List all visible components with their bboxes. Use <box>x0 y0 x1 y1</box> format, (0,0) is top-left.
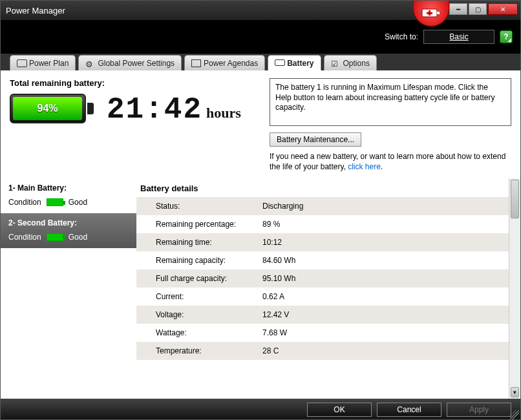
battery-percent: 94% <box>13 97 82 120</box>
overview-left: Total remaining battery: 94% 21:42hours <box>10 78 262 172</box>
battery-good-icon <box>47 198 63 206</box>
table-row: Status:Discharging <box>136 197 509 215</box>
details-heading: Battery details <box>136 178 509 197</box>
battery-details: Battery details Status:Discharging Remai… <box>136 178 520 399</box>
table-row: Remaining percentage:89 % <box>136 215 509 233</box>
switch-to-label: Switch to: <box>385 32 418 41</box>
check-icon: ☑ <box>331 59 340 67</box>
battery-list: 1- Main Battery: Condition Good 2- Secon… <box>1 178 136 399</box>
window-title: Power Manager <box>6 6 65 16</box>
battery-plus-icon <box>421 6 441 19</box>
battery-info-message: The battery 1 is running in Maximum Life… <box>270 78 511 126</box>
agenda-icon <box>191 59 200 67</box>
scrollbar-thumb[interactable] <box>511 180 519 218</box>
table-row: Voltage:12.42 V <box>136 306 509 324</box>
table-row: Temperature:28 C <box>136 342 509 360</box>
tab-power-agendas[interactable]: Power Agendas <box>184 55 265 70</box>
scrollbar[interactable]: ▾ <box>509 178 520 399</box>
maximize-button[interactable]: ▢ <box>469 3 487 15</box>
remaining-time-display: 21:42hours <box>107 93 241 127</box>
battery-item-1[interactable]: 1- Main Battery: Condition Good <box>1 178 136 213</box>
details-table: Status:Discharging Remaining percentage:… <box>136 197 509 360</box>
battery-icon <box>275 59 284 67</box>
overview-right: The battery 1 is running in Maximum Life… <box>270 78 511 172</box>
main-content: Total remaining battery: 94% 21:42hours … <box>1 70 520 399</box>
total-remaining-label: Total remaining battery: <box>10 78 262 88</box>
lower-panel: 1- Main Battery: Condition Good 2- Secon… <box>1 178 520 399</box>
resize-grip[interactable] <box>510 410 519 419</box>
app-window: Power Manager ━ ▢ ✕ Switch to: Basic ? P… <box>0 0 521 420</box>
battery-item-2[interactable]: 2- Second Battery: Condition Good <box>1 213 136 248</box>
window-controls: ━ ▢ ✕ <box>449 3 518 15</box>
minimize-button[interactable]: ━ <box>449 3 467 15</box>
svg-rect-1 <box>437 12 440 14</box>
battery-good-icon <box>47 233 63 241</box>
gear-icon: ⚙ <box>85 59 94 67</box>
table-row: Current:0.62 A <box>136 288 509 306</box>
table-row: Remaining capacity:84.60 Wh <box>136 251 509 269</box>
apply-button: Apply <box>447 403 511 417</box>
battery-maintenance-button[interactable]: Battery Maintenance... <box>270 132 361 147</box>
battery-hint: If you need a new battery, or want to le… <box>270 152 511 172</box>
tab-battery[interactable]: Battery <box>268 55 321 70</box>
tab-global-settings[interactable]: ⚙Global Power Settings <box>78 55 182 70</box>
cancel-button[interactable]: Cancel <box>377 403 441 417</box>
switch-basic-button[interactable]: Basic <box>423 30 494 44</box>
overview-panel: Total remaining battery: 94% 21:42hours … <box>1 70 520 174</box>
scrollbar-down-arrow[interactable]: ▾ <box>511 387 519 397</box>
tabs: Power Plan ⚙Global Power Settings Power … <box>1 54 520 70</box>
plan-icon <box>17 59 26 67</box>
table-row: Full charge capacity:95.10 Wh <box>136 269 509 288</box>
ok-button[interactable]: OK <box>307 403 372 417</box>
click-here-link[interactable]: click here <box>348 162 381 171</box>
close-button[interactable]: ✕ <box>488 3 518 15</box>
footer: OK Cancel Apply <box>1 399 520 420</box>
table-row: Wattage:7.68 W <box>136 324 509 342</box>
svg-rect-3 <box>427 12 432 14</box>
battery-graphic: 94% <box>10 94 94 126</box>
table-row: Remaining time:10:12 <box>136 233 509 251</box>
header-strip: Switch to: Basic ? <box>1 20 520 54</box>
help-button[interactable]: ? <box>500 30 513 43</box>
tab-options[interactable]: ☑Options <box>324 55 377 70</box>
tab-power-plan[interactable]: Power Plan <box>10 55 76 70</box>
